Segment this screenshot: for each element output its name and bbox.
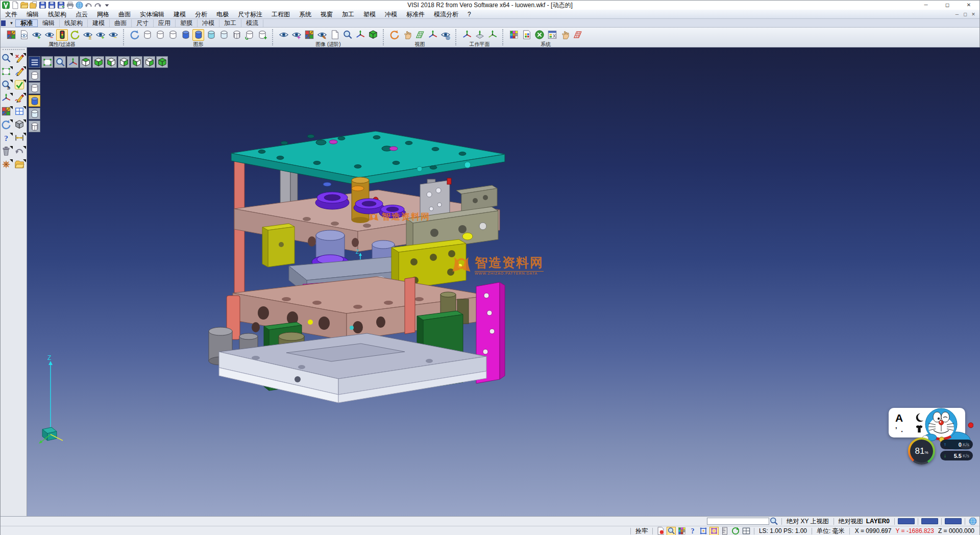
- ime-mode-letter[interactable]: A: [895, 412, 903, 424]
- navigation-compass-icon[interactable]: [1, 159, 13, 171]
- view-lock-label[interactable]: 绝对 XY 上视图: [785, 517, 830, 526]
- view-plane-icon[interactable]: [427, 29, 438, 41]
- menu-item-1[interactable]: 文件: [1, 10, 22, 19]
- tab-线架构[interactable]: 线架构: [60, 19, 88, 27]
- workplane-set-icon[interactable]: [461, 29, 473, 41]
- shade-hidden-icon[interactable]: [29, 82, 40, 94]
- view-camera-icon[interactable]: ◎: [439, 29, 451, 41]
- capture-image-icon[interactable]: [329, 29, 340, 41]
- view-top-icon[interactable]: [80, 56, 91, 68]
- tab-模流[interactable]: 模流: [241, 19, 263, 27]
- maximize-button[interactable]: ◻: [937, 1, 958, 10]
- mdi-restore-button[interactable]: ◻: [961, 12, 969, 17]
- render-material-icon[interactable]: [303, 29, 315, 41]
- search-input[interactable]: [707, 518, 769, 525]
- menu-item-11[interactable]: 尺寸标注: [233, 10, 267, 19]
- open-copy-icon[interactable]: [29, 1, 38, 9]
- snap-point-icon[interactable]: [709, 527, 719, 535]
- file-manager-icon[interactable]: [14, 159, 26, 171]
- flat-render-icon[interactable]: [180, 29, 191, 41]
- context-help-icon[interactable]: ?: [1, 133, 13, 144]
- snap-label[interactable]: 拴牢: [634, 527, 649, 535]
- menu-item-16[interactable]: 塑模: [359, 10, 380, 19]
- dynamic-rotate-icon[interactable]: [1, 93, 13, 105]
- desktop-overlay-widget[interactable]: A ’ ．: [889, 407, 973, 466]
- new-file-icon[interactable]: [11, 1, 19, 9]
- render-edit-icon[interactable]: ✎: [316, 29, 328, 41]
- save-all-icon[interactable]: [57, 1, 65, 9]
- view-grid-icon[interactable]: [414, 29, 426, 41]
- grid-mesh-icon[interactable]: [572, 29, 583, 41]
- tab-曲面[interactable]: 曲面: [110, 19, 132, 27]
- print-icon[interactable]: [66, 1, 75, 9]
- snap-box-icon[interactable]: [699, 527, 708, 535]
- visibility-add-icon[interactable]: +: [31, 29, 42, 41]
- wireframe-render-icon[interactable]: [141, 29, 153, 41]
- dashed-render-icon[interactable]: [167, 29, 179, 41]
- tab-加工[interactable]: 加工: [219, 19, 241, 27]
- open-file-icon[interactable]: [20, 1, 29, 9]
- workplane-entity-icon[interactable]: [486, 29, 498, 41]
- mdi-minimize-button[interactable]: ─: [953, 12, 961, 17]
- find-entity-icon[interactable]: [667, 527, 676, 535]
- ime-punctuation[interactable]: ’ ．: [895, 425, 905, 434]
- redraw-icon[interactable]: [129, 29, 140, 41]
- color-status-icon[interactable]: [677, 527, 687, 535]
- hide-all-icon[interactable]: −: [107, 29, 119, 41]
- view-front-icon[interactable]: [105, 56, 117, 68]
- battery-percent-gauge[interactable]: 81 %: [908, 437, 935, 465]
- shade-mesh-icon[interactable]: [29, 120, 40, 132]
- mesh-render-icon[interactable]: [231, 29, 242, 41]
- undo-icon[interactable]: [14, 146, 26, 158]
- shaded-edge-render-icon[interactable]: [192, 29, 204, 41]
- menu-item-12[interactable]: 工程图: [267, 10, 295, 19]
- tab-编辑[interactable]: 编辑: [38, 19, 60, 27]
- view-axes-icon[interactable]: [67, 56, 79, 68]
- menu-item-19[interactable]: 模流分析: [429, 10, 463, 19]
- settings-tools-icon[interactable]: [533, 29, 545, 41]
- auto-refresh-icon[interactable]: [731, 527, 740, 535]
- undo-qat-icon[interactable]: [84, 1, 93, 9]
- view-orbit-icon[interactable]: [388, 29, 400, 41]
- scene-cube-icon[interactable]: [367, 29, 379, 41]
- close-button[interactable]: ✕: [958, 1, 979, 10]
- attributes-layers-icon[interactable]: [1, 106, 13, 118]
- zoom-dynamic-icon[interactable]: [1, 53, 13, 65]
- shade-cube-icon[interactable]: [14, 119, 26, 131]
- tab-建模[interactable]: 建模: [88, 19, 110, 27]
- view-bottom-icon[interactable]: [92, 56, 104, 68]
- regenerate-view-icon[interactable]: [1, 119, 13, 131]
- layer-color-bar[interactable]: [898, 518, 915, 524]
- menu-item-20[interactable]: ?: [463, 10, 476, 19]
- view-back-icon[interactable]: [118, 56, 130, 68]
- render-swap-icon[interactable]: [243, 29, 255, 41]
- view-right-icon[interactable]: [143, 56, 155, 68]
- selection-filter-icon[interactable]: [56, 29, 68, 41]
- sketch-icon[interactable]: [14, 66, 26, 78]
- zoom-extents-icon[interactable]: [54, 56, 66, 68]
- measure-distance-icon[interactable]: [14, 133, 26, 144]
- toolbar-drag-handle[interactable]: [3, 49, 24, 51]
- viewport-layout-icon[interactable]: [14, 106, 26, 118]
- image-zoom-icon[interactable]: [341, 29, 353, 41]
- 3d-viewport[interactable]: Z: [27, 47, 980, 516]
- globe-icon[interactable]: [968, 517, 977, 526]
- visibility-remove-icon[interactable]: −: [43, 29, 55, 41]
- curve-edit-icon[interactable]: [14, 93, 26, 105]
- show-all-icon[interactable]: +: [94, 29, 106, 41]
- attributes-view-icon[interactable]: [18, 29, 30, 41]
- advanced-view-icon[interactable]: [278, 29, 289, 41]
- qat-more-icon[interactable]: [103, 1, 111, 9]
- menu-item-18[interactable]: 标准件: [402, 10, 429, 19]
- hidden-line-render-icon[interactable]: [154, 29, 166, 41]
- tab-应用[interactable]: 应用: [154, 19, 176, 27]
- layer-color-bar[interactable]: [921, 518, 938, 524]
- dock-handle[interactable]: [1, 20, 6, 26]
- scale-ruler-icon[interactable]: [720, 527, 729, 535]
- save-as-icon[interactable]: [47, 1, 56, 9]
- window-colors-icon[interactable]: [521, 29, 532, 41]
- mdi-close-button[interactable]: ✕: [969, 12, 977, 17]
- menu-item-4[interactable]: 点云: [71, 10, 92, 19]
- absolute-view-label[interactable]: 绝对视图: [837, 517, 865, 526]
- minimize-button[interactable]: ─: [915, 1, 937, 10]
